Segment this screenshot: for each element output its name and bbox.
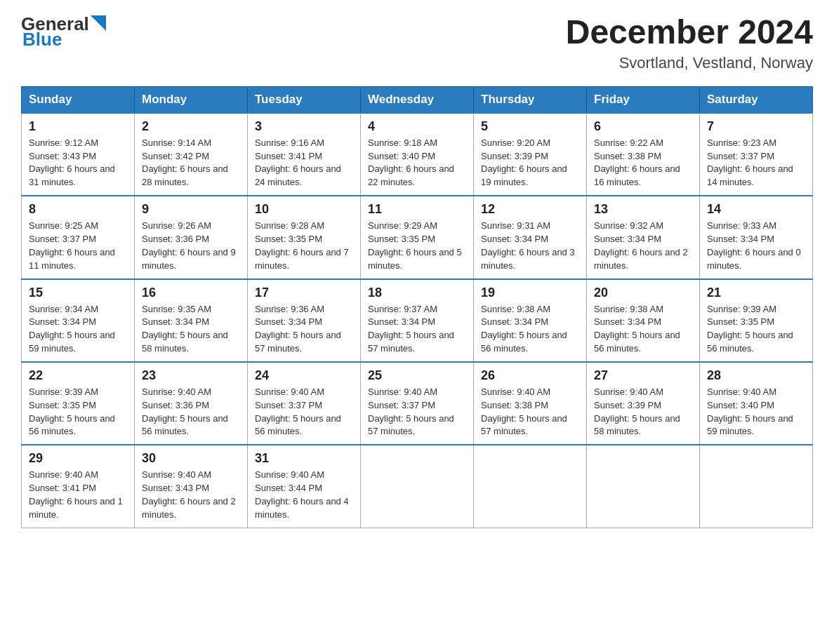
day-number: 5 [481, 119, 579, 134]
calendar-week-row-1: 1 Sunrise: 9:12 AM Sunset: 3:43 PM Dayli… [22, 113, 813, 196]
col-sunday: Sunday [22, 86, 135, 113]
day-number: 13 [594, 202, 692, 217]
month-title: December 2024 [566, 14, 813, 51]
day-number: 17 [255, 286, 353, 300]
day-number: 30 [142, 451, 240, 466]
day-info: Sunrise: 9:39 AM Sunset: 3:35 PM Dayligh… [707, 303, 805, 356]
calendar-cell [474, 445, 587, 528]
calendar-cell: 12 Sunrise: 9:31 AM Sunset: 3:34 PM Dayl… [474, 196, 587, 279]
day-info: Sunrise: 9:38 AM Sunset: 3:34 PM Dayligh… [594, 303, 692, 356]
calendar-cell: 13 Sunrise: 9:32 AM Sunset: 3:34 PM Dayl… [587, 196, 700, 279]
day-number: 2 [142, 119, 240, 134]
col-wednesday: Wednesday [361, 86, 474, 113]
day-info: Sunrise: 9:16 AM Sunset: 3:41 PM Dayligh… [255, 137, 353, 189]
day-info: Sunrise: 9:14 AM Sunset: 3:42 PM Dayligh… [142, 137, 240, 189]
calendar-week-row-5: 29 Sunrise: 9:40 AM Sunset: 3:41 PM Dayl… [22, 445, 813, 528]
day-info: Sunrise: 9:40 AM Sunset: 3:39 PM Dayligh… [594, 386, 692, 438]
day-number: 10 [255, 202, 353, 217]
logo-triangle-icon [91, 15, 106, 31]
svg-marker-0 [91, 15, 106, 31]
day-info: Sunrise: 9:31 AM Sunset: 3:34 PM Dayligh… [481, 220, 579, 272]
calendar-cell: 18 Sunrise: 9:37 AM Sunset: 3:34 PM Dayl… [361, 279, 474, 362]
day-number: 15 [29, 286, 127, 300]
location-subtitle: Svortland, Vestland, Norway [566, 54, 813, 72]
day-number: 3 [255, 119, 353, 134]
calendar-cell: 20 Sunrise: 9:38 AM Sunset: 3:34 PM Dayl… [587, 279, 700, 362]
day-info: Sunrise: 9:39 AM Sunset: 3:35 PM Dayligh… [29, 386, 127, 438]
day-number: 28 [707, 368, 805, 383]
calendar-cell: 19 Sunrise: 9:38 AM Sunset: 3:34 PM Dayl… [474, 279, 587, 362]
day-number: 9 [142, 202, 240, 217]
calendar-cell: 11 Sunrise: 9:29 AM Sunset: 3:35 PM Dayl… [361, 196, 474, 279]
day-number: 21 [707, 286, 805, 300]
logo-blue-text: Blue [21, 30, 106, 48]
day-info: Sunrise: 9:32 AM Sunset: 3:34 PM Dayligh… [594, 220, 692, 272]
calendar-cell: 10 Sunrise: 9:28 AM Sunset: 3:35 PM Dayl… [248, 196, 361, 279]
day-number: 6 [594, 119, 692, 134]
logo: General Blue [21, 14, 106, 48]
calendar-cell: 5 Sunrise: 9:20 AM Sunset: 3:39 PM Dayli… [474, 113, 587, 196]
day-number: 25 [368, 368, 466, 383]
col-saturday: Saturday [700, 86, 813, 113]
day-info: Sunrise: 9:40 AM Sunset: 3:40 PM Dayligh… [707, 386, 805, 438]
day-number: 14 [707, 202, 805, 217]
day-info: Sunrise: 9:18 AM Sunset: 3:40 PM Dayligh… [368, 137, 466, 189]
day-info: Sunrise: 9:40 AM Sunset: 3:43 PM Dayligh… [142, 469, 240, 521]
day-info: Sunrise: 9:40 AM Sunset: 3:41 PM Dayligh… [29, 469, 127, 521]
calendar-cell: 9 Sunrise: 9:26 AM Sunset: 3:36 PM Dayli… [135, 196, 248, 279]
day-number: 27 [594, 368, 692, 383]
calendar-cell: 21 Sunrise: 9:39 AM Sunset: 3:35 PM Dayl… [700, 279, 813, 362]
day-number: 8 [29, 202, 127, 217]
calendar-cell: 27 Sunrise: 9:40 AM Sunset: 3:39 PM Dayl… [587, 362, 700, 445]
day-number: 22 [29, 368, 127, 383]
day-number: 1 [29, 119, 127, 134]
day-info: Sunrise: 9:29 AM Sunset: 3:35 PM Dayligh… [368, 220, 466, 272]
calendar-header-row: Sunday Monday Tuesday Wednesday Thursday… [22, 86, 813, 113]
day-number: 4 [368, 119, 466, 134]
day-info: Sunrise: 9:28 AM Sunset: 3:35 PM Dayligh… [255, 220, 353, 272]
col-monday: Monday [135, 86, 248, 113]
calendar-cell: 6 Sunrise: 9:22 AM Sunset: 3:38 PM Dayli… [587, 113, 700, 196]
day-info: Sunrise: 9:38 AM Sunset: 3:34 PM Dayligh… [481, 303, 579, 356]
page-header: General Blue December 2024 Svortland, Ve… [21, 14, 813, 72]
day-info: Sunrise: 9:33 AM Sunset: 3:34 PM Dayligh… [707, 220, 805, 272]
day-number: 16 [142, 286, 240, 300]
day-info: Sunrise: 9:40 AM Sunset: 3:36 PM Dayligh… [142, 386, 240, 438]
calendar-cell [700, 445, 813, 528]
calendar-table: Sunday Monday Tuesday Wednesday Thursday… [21, 86, 813, 528]
calendar-cell: 2 Sunrise: 9:14 AM Sunset: 3:42 PM Dayli… [135, 113, 248, 196]
day-number: 19 [481, 286, 579, 300]
day-info: Sunrise: 9:26 AM Sunset: 3:36 PM Dayligh… [142, 220, 240, 272]
calendar-cell: 30 Sunrise: 9:40 AM Sunset: 3:43 PM Dayl… [135, 445, 248, 528]
calendar-cell: 7 Sunrise: 9:23 AM Sunset: 3:37 PM Dayli… [700, 113, 813, 196]
day-number: 11 [368, 202, 466, 217]
calendar-cell: 23 Sunrise: 9:40 AM Sunset: 3:36 PM Dayl… [135, 362, 248, 445]
day-info: Sunrise: 9:22 AM Sunset: 3:38 PM Dayligh… [594, 137, 692, 189]
col-thursday: Thursday [474, 86, 587, 113]
calendar-week-row-3: 15 Sunrise: 9:34 AM Sunset: 3:34 PM Dayl… [22, 279, 813, 362]
day-info: Sunrise: 9:35 AM Sunset: 3:34 PM Dayligh… [142, 303, 240, 356]
day-number: 7 [707, 119, 805, 134]
day-number: 20 [594, 286, 692, 300]
calendar-cell: 22 Sunrise: 9:39 AM Sunset: 3:35 PM Dayl… [22, 362, 135, 445]
day-info: Sunrise: 9:20 AM Sunset: 3:39 PM Dayligh… [481, 137, 579, 189]
calendar-cell: 1 Sunrise: 9:12 AM Sunset: 3:43 PM Dayli… [22, 113, 135, 196]
calendar-cell: 8 Sunrise: 9:25 AM Sunset: 3:37 PM Dayli… [22, 196, 135, 279]
day-number: 12 [481, 202, 579, 217]
day-number: 29 [29, 451, 127, 466]
day-number: 18 [368, 286, 466, 300]
calendar-cell: 29 Sunrise: 9:40 AM Sunset: 3:41 PM Dayl… [22, 445, 135, 528]
day-info: Sunrise: 9:34 AM Sunset: 3:34 PM Dayligh… [29, 303, 127, 356]
calendar-week-row-2: 8 Sunrise: 9:25 AM Sunset: 3:37 PM Dayli… [22, 196, 813, 279]
calendar-cell: 15 Sunrise: 9:34 AM Sunset: 3:34 PM Dayl… [22, 279, 135, 362]
day-info: Sunrise: 9:40 AM Sunset: 3:37 PM Dayligh… [255, 386, 353, 438]
calendar-cell: 3 Sunrise: 9:16 AM Sunset: 3:41 PM Dayli… [248, 113, 361, 196]
calendar-cell: 26 Sunrise: 9:40 AM Sunset: 3:38 PM Dayl… [474, 362, 587, 445]
calendar-cell [361, 445, 474, 528]
calendar-cell: 17 Sunrise: 9:36 AM Sunset: 3:34 PM Dayl… [248, 279, 361, 362]
calendar-cell: 31 Sunrise: 9:40 AM Sunset: 3:44 PM Dayl… [248, 445, 361, 528]
day-info: Sunrise: 9:23 AM Sunset: 3:37 PM Dayligh… [707, 137, 805, 189]
day-info: Sunrise: 9:12 AM Sunset: 3:43 PM Dayligh… [29, 137, 127, 189]
day-info: Sunrise: 9:25 AM Sunset: 3:37 PM Dayligh… [29, 220, 127, 272]
calendar-week-row-4: 22 Sunrise: 9:39 AM Sunset: 3:35 PM Dayl… [22, 362, 813, 445]
